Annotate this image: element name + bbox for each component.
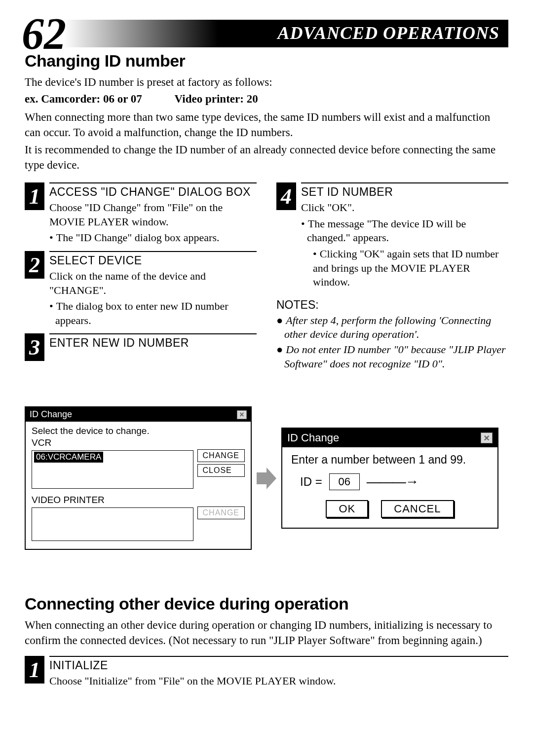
initialize-step-desc: Choose "Initialize" from "File" on the M… bbox=[49, 674, 508, 688]
dialog2-arrow-icon: ———→ bbox=[367, 474, 418, 490]
banner-title: ADVANCED OPERATIONS bbox=[278, 23, 499, 43]
step-2: 2 SELECT DEVICE Click on the name of the… bbox=[25, 251, 257, 329]
para-malfunction: When connecting more than two same type … bbox=[25, 109, 508, 140]
step-1-desc: Choose "ID Change" from "File" on the MO… bbox=[49, 201, 257, 229]
step-2-number: 2 bbox=[25, 251, 44, 279]
dialog1-printer-listbox[interactable] bbox=[32, 507, 193, 541]
dialog2-id-label: ID = bbox=[300, 475, 322, 489]
dialog2-id-input[interactable]: 06 bbox=[329, 473, 360, 490]
dialog1-titlebar: ID Change × bbox=[26, 407, 251, 422]
notes-item-1: After step 4, perform the following 'Con… bbox=[284, 314, 508, 342]
example-line: ex. Camcorder: 06 or 07 Video printer: 2… bbox=[25, 93, 508, 106]
dialog2-cancel-button[interactable]: CANCEL bbox=[381, 500, 454, 518]
step-4-bullet-1: The message "The device ID will be chang… bbox=[307, 217, 508, 245]
dialog2-prompt: Enter a number between 1 and 99. bbox=[291, 453, 489, 467]
dialog1-change-button[interactable]: CHANGE bbox=[197, 449, 245, 462]
step-2-bullet-1: The dialog box to enter new ID number ap… bbox=[55, 299, 257, 327]
step-1-number: 1 bbox=[25, 182, 44, 210]
section-heading-connecting: Connecting other device during operation bbox=[25, 594, 508, 613]
notes-item-2: Do not enter ID number "0" because "JLIP… bbox=[284, 343, 508, 371]
dialog1-change-button-disabled: CHANGE bbox=[197, 506, 245, 519]
step-3: 3 ENTER NEW ID NUMBER bbox=[25, 333, 257, 361]
dialog1-group-video-printer: VIDEO PRINTER bbox=[32, 495, 245, 505]
notes-heading: NOTES: bbox=[276, 298, 508, 312]
svg-marker-0 bbox=[257, 468, 276, 489]
step-2-desc: Click on the name of the device and "CHA… bbox=[49, 269, 257, 297]
steps-right-col: 4 SET ID NUMBER Click "OK". The message … bbox=[276, 182, 508, 372]
dialog1-title-text: ID Change bbox=[30, 409, 72, 420]
example-video-printer: Video printer: 20 bbox=[175, 93, 258, 106]
dialog2-titlebar: ID Change × bbox=[282, 429, 497, 447]
dialog1-selected-item[interactable]: 06:VCRCAMERA bbox=[34, 452, 103, 463]
id-change-select-dialog: ID Change × Select the device to change.… bbox=[25, 406, 252, 550]
id-change-enter-dialog: ID Change × Enter a number between 1 and… bbox=[281, 428, 498, 529]
step-4-title: SET ID NUMBER bbox=[301, 185, 508, 199]
step-1: 1 ACCESS "ID CHANGE" DIALOG BOX Choose "… bbox=[25, 182, 257, 247]
initialize-step-number: 1 bbox=[25, 656, 44, 684]
step-2-title: SELECT DEVICE bbox=[49, 254, 257, 267]
dialog1-prompt: Select the device to change. bbox=[32, 426, 245, 436]
steps-left-col: 1 ACCESS "ID CHANGE" DIALOG BOX Choose "… bbox=[25, 182, 257, 372]
step-4-bullet-2: Clicking "OK" again sets that ID number … bbox=[313, 247, 508, 289]
step-4-desc: Click "OK". bbox=[301, 201, 508, 215]
intro-text: The device's ID number is preset at fact… bbox=[25, 74, 508, 90]
dialog1-vcr-listbox[interactable]: 06:VCRCAMERA bbox=[32, 450, 193, 489]
dialog1-group-vcr: VCR bbox=[32, 437, 245, 448]
header-banner: 62 ADVANCED OPERATIONS bbox=[25, 20, 508, 47]
step-3-number: 3 bbox=[25, 333, 44, 361]
dialog2-close-icon[interactable]: × bbox=[481, 432, 493, 443]
page-number: 62 bbox=[22, 12, 66, 56]
steps-columns: 1 ACCESS "ID CHANGE" DIALOG BOX Choose "… bbox=[25, 182, 508, 372]
dialog2-ok-button[interactable]: OK bbox=[326, 500, 368, 518]
initialize-step-title: INITIALIZE bbox=[49, 659, 508, 672]
step-4: 4 SET ID NUMBER Click "OK". The message … bbox=[276, 182, 508, 291]
step-4-number: 4 bbox=[276, 182, 296, 210]
step-1-title: ACCESS "ID CHANGE" DIALOG BOX bbox=[49, 185, 257, 199]
example-camcorder: ex. Camcorder: 06 or 07 bbox=[25, 93, 142, 106]
section2-para: When connecting an other device during o… bbox=[25, 617, 508, 648]
arrow-right-icon bbox=[257, 468, 276, 489]
dialogs-row: ID Change × Select the device to change.… bbox=[25, 406, 508, 550]
step-1-bullet-1: The "ID Change" dialog box appears. bbox=[55, 231, 257, 245]
step-3-title: ENTER NEW ID NUMBER bbox=[49, 336, 257, 350]
initialize-step: 1 INITIALIZE Choose "Initialize" from "F… bbox=[25, 656, 508, 689]
para-recommend: It is recommended to change the ID numbe… bbox=[25, 142, 508, 173]
dialog1-close-icon[interactable]: × bbox=[237, 410, 247, 419]
dialog2-title-text: ID Change bbox=[287, 432, 339, 444]
section-heading-changing-id: Changing ID number bbox=[25, 51, 508, 71]
dialog1-close-button[interactable]: CLOSE bbox=[197, 464, 245, 477]
